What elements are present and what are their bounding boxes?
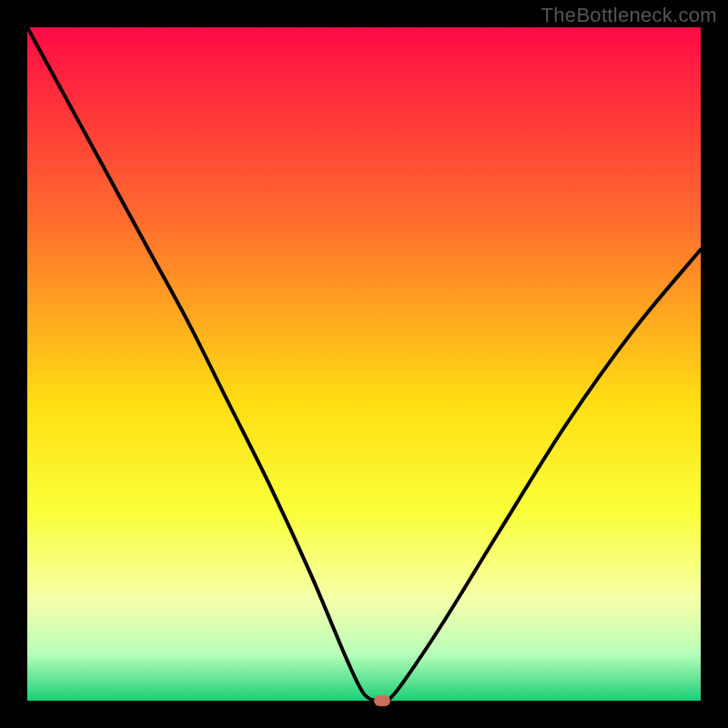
plot-area <box>27 27 701 701</box>
optimum-marker-icon <box>374 695 390 706</box>
chart-frame: TheBottleneck.com <box>0 0 728 728</box>
watermark-text: TheBottleneck.com <box>541 4 717 27</box>
chart-svg <box>27 27 701 701</box>
gradient-background <box>27 27 701 701</box>
